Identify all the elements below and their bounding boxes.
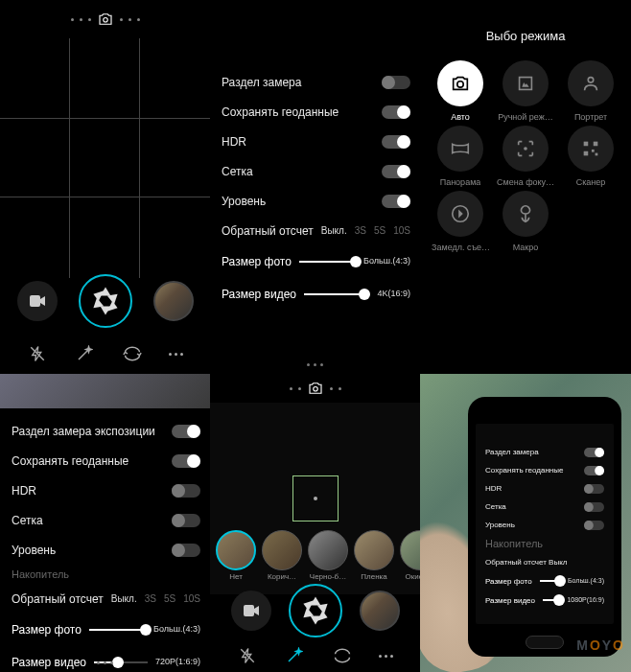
mode-dot: [129, 18, 131, 21]
timer-option[interactable]: 10S: [183, 593, 200, 604]
setting-label: Обратный отсчет: [222, 224, 314, 238]
svg-point-0: [103, 18, 107, 23]
home-button[interactable]: [526, 636, 564, 649]
toggle-switch[interactable]: [382, 135, 410, 149]
more-icon[interactable]: [379, 655, 393, 658]
video_size-row[interactable]: Размер видео4K(16:9): [222, 278, 410, 311]
switch-camera-icon[interactable]: [122, 343, 143, 364]
timer-option[interactable]: 5S: [374, 225, 386, 236]
timer-option[interactable]: 3S: [145, 593, 156, 604]
toggle-switch[interactable]: [382, 105, 410, 119]
setting-row[interactable]: HDR: [222, 127, 410, 156]
mode-label: Смена фоку…: [497, 177, 554, 187]
timer-option[interactable]: 3S: [355, 225, 366, 236]
flash-icon[interactable]: [27, 343, 48, 364]
filter-label: Окисл…: [406, 572, 420, 581]
toggle-switch[interactable]: [584, 448, 604, 457]
filter-item[interactable]: Нет: [214, 530, 258, 581]
filter-strip[interactable]: НетКорич…Черно-б…ПленкаОкисл…: [210, 526, 420, 584]
mode-focus[interactable]: Смена фоку…: [493, 126, 558, 187]
toggle-switch[interactable]: [172, 544, 200, 557]
toggle-switch[interactable]: [584, 466, 604, 475]
setting-row[interactable]: Сетка: [12, 505, 200, 535]
slider[interactable]: [543, 599, 559, 601]
toggle-switch[interactable]: [382, 165, 410, 178]
toggle-switch[interactable]: [382, 195, 410, 208]
mode-portrait[interactable]: Портрет: [558, 60, 623, 122]
video_size-row[interactable]: Размер видео1080P(16:9): [485, 591, 604, 610]
setting-row[interactable]: Сохранять геоданные: [485, 461, 604, 479]
toggle-switch[interactable]: [172, 425, 200, 438]
mode-dot: [80, 18, 82, 21]
mode-qr[interactable]: Сканер: [558, 126, 623, 187]
mode-title: Выбо режима: [420, 0, 631, 60]
svg-point-5: [588, 78, 594, 83]
timer-row[interactable]: Обратный отсчет Выкл: [485, 553, 604, 571]
toggle-switch[interactable]: [584, 502, 604, 512]
mode-panorama[interactable]: Панорама: [428, 126, 493, 187]
setting-row[interactable]: Раздел замера экспозиции: [12, 416, 200, 446]
photo_size-row[interactable]: Размер фотоБольш.(4:3): [12, 614, 200, 646]
toggle-switch[interactable]: [584, 521, 604, 530]
top-mode-strip[interactable]: [210, 374, 420, 403]
toggle-switch[interactable]: [172, 514, 200, 527]
mode-macro[interactable]: Макро: [493, 191, 558, 252]
more-icon[interactable]: [169, 353, 183, 356]
flash-icon[interactable]: [237, 645, 258, 666]
photo_size-row[interactable]: Размер фотоБольш.(4:3): [485, 571, 604, 591]
slider[interactable]: [299, 261, 356, 263]
shutter-button[interactable]: [79, 274, 132, 328]
video_size-row[interactable]: Размер видео720P(1:6:9): [12, 646, 200, 672]
setting-row[interactable]: Уровень: [485, 516, 604, 534]
panorama-icon: [437, 126, 483, 172]
switch-camera-icon[interactable]: [332, 645, 353, 666]
svg-rect-4: [520, 78, 532, 90]
setting-row[interactable]: HDR: [12, 475, 200, 505]
setting-row[interactable]: HDR: [485, 479, 604, 498]
mode-dot: [120, 18, 123, 21]
shutter-button[interactable]: [289, 584, 342, 637]
slider-value: Больш.(4:3): [153, 625, 200, 635]
setting-row[interactable]: Сетка: [222, 156, 410, 186]
gallery-thumbnail[interactable]: [360, 591, 400, 631]
magic-icon[interactable]: [284, 645, 305, 666]
timer-row[interactable]: Обратный отсчетВыкл.3S5S10S: [222, 216, 410, 245]
mode-camera[interactable]: Авто: [428, 60, 493, 122]
slider[interactable]: [89, 629, 146, 631]
timer-option[interactable]: Выкл.: [111, 593, 137, 604]
magic-icon[interactable]: [74, 343, 95, 364]
viewfinder-panel: [0, 0, 210, 374]
filter-item[interactable]: Окисл…: [398, 530, 420, 581]
mode-manual[interactable]: Ручной реж…: [493, 60, 558, 122]
setting-row[interactable]: Сохранять геоданные: [12, 446, 200, 475]
toggle-switch[interactable]: [382, 76, 410, 89]
slider[interactable]: [304, 293, 364, 295]
setting-label: Сохранять геоданные: [222, 105, 339, 119]
gallery-thumbnail[interactable]: [153, 281, 194, 321]
toggle-switch[interactable]: [172, 454, 200, 468]
video-mode-button[interactable]: [17, 281, 58, 321]
toggle-switch[interactable]: [584, 484, 604, 494]
setting-row[interactable]: Сетка: [485, 498, 604, 516]
mode-slowmo[interactable]: Замедл. съе…: [428, 191, 493, 252]
slider[interactable]: [540, 580, 560, 582]
setting-row[interactable]: Уровень: [12, 535, 200, 565]
setting-row[interactable]: Уровень: [222, 186, 410, 216]
timer-option[interactable]: 5S: [164, 593, 175, 604]
setting-row[interactable]: Сохранять геоданные: [222, 97, 410, 127]
photo_size-row[interactable]: Размер фотоБольш.(4:3): [222, 245, 410, 278]
filter-item[interactable]: Пленка: [352, 530, 396, 581]
filter-item[interactable]: Корич…: [260, 530, 304, 581]
mode-dot: [137, 18, 140, 21]
timer-option[interactable]: Выкл.: [321, 225, 347, 236]
timer-option[interactable]: 10S: [393, 225, 410, 236]
setting-row[interactable]: Раздел замера: [485, 443, 604, 461]
timer-row[interactable]: Обратный отсчетВыкл.3S5S10S: [12, 584, 200, 614]
setting-label: Уровень: [222, 195, 266, 208]
filter-item[interactable]: Черно-б…: [306, 530, 350, 581]
toggle-switch[interactable]: [172, 484, 200, 498]
setting-row[interactable]: Раздел замера: [222, 67, 410, 97]
top-mode-strip[interactable]: [0, 0, 210, 38]
setting-label: Размер фото: [485, 577, 532, 586]
video-mode-button[interactable]: [231, 591, 271, 631]
